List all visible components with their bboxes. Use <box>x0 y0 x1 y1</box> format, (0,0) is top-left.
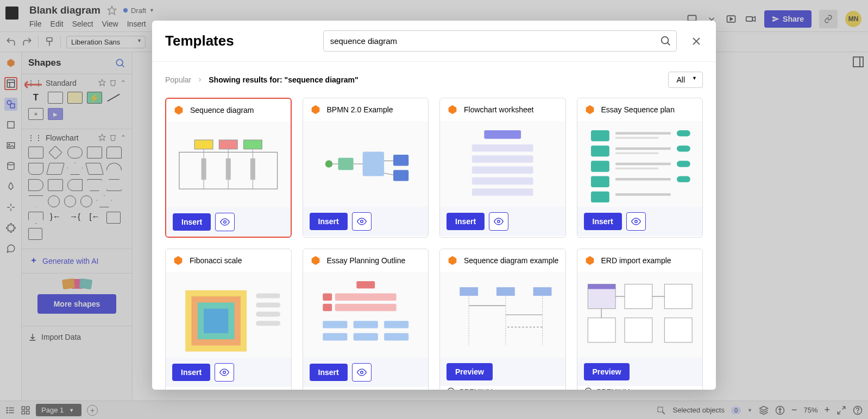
template-title: Fibonacci scale <box>190 256 242 265</box>
svg-rect-107 <box>335 294 396 301</box>
svg-marker-57 <box>311 105 319 115</box>
insert-button[interactable]: Insert <box>172 364 210 381</box>
template-icon <box>173 104 185 116</box>
svg-rect-102 <box>256 312 280 316</box>
svg-rect-53 <box>202 158 206 180</box>
svg-rect-72 <box>472 167 533 174</box>
template-card-sequence-diagram: Sequence diagram Insert <box>165 98 292 238</box>
svg-rect-101 <box>256 302 280 307</box>
svg-rect-69 <box>484 130 521 139</box>
svg-rect-79 <box>590 161 609 172</box>
preview-eye-button[interactable] <box>215 213 235 231</box>
svg-marker-129 <box>586 256 594 265</box>
premium-label: PREMIUM <box>460 388 493 390</box>
templates-modal: Templates Popular Showing results for: "… <box>152 21 716 390</box>
svg-rect-113 <box>384 321 408 328</box>
breadcrumb-results: Showing results for: "sequence diagram" <box>209 75 358 84</box>
svg-point-41 <box>662 37 669 44</box>
template-title: Sequence diagram <box>190 106 254 115</box>
preview-eye-button[interactable] <box>489 212 508 231</box>
svg-rect-61 <box>393 170 408 181</box>
svg-rect-70 <box>472 144 533 152</box>
svg-rect-134 <box>588 318 615 342</box>
svg-rect-47 <box>194 140 213 149</box>
insert-button[interactable]: Insert <box>173 213 211 231</box>
svg-rect-111 <box>323 321 347 328</box>
svg-point-75 <box>498 220 500 223</box>
template-title: ERD import example <box>601 256 671 265</box>
premium-label: PREMIUM <box>597 388 630 390</box>
preview-eye-button[interactable] <box>215 363 234 382</box>
preview-button[interactable]: Preview <box>584 363 630 380</box>
template-title: Essay Planning Outline <box>327 256 406 265</box>
template-icon <box>446 104 458 116</box>
svg-rect-78 <box>590 145 609 156</box>
svg-rect-121 <box>533 287 552 296</box>
svg-rect-132 <box>625 284 652 309</box>
svg-line-42 <box>668 43 670 46</box>
svg-rect-131 <box>588 284 615 289</box>
svg-rect-112 <box>353 321 378 328</box>
svg-marker-68 <box>449 105 457 115</box>
svg-rect-54 <box>226 158 231 180</box>
template-icon <box>584 255 596 266</box>
svg-rect-77 <box>590 130 609 141</box>
svg-marker-118 <box>449 256 457 265</box>
svg-rect-136 <box>664 318 692 342</box>
svg-rect-120 <box>496 287 515 296</box>
svg-rect-49 <box>243 140 262 149</box>
premium-icon <box>584 387 593 390</box>
svg-marker-105 <box>311 256 319 265</box>
template-title: Essay Sequence plan <box>601 105 675 114</box>
svg-rect-119 <box>460 287 478 296</box>
filter-select[interactable]: All <box>668 72 703 88</box>
insert-button[interactable]: Insert <box>310 213 348 230</box>
close-icon[interactable] <box>690 35 703 48</box>
svg-rect-106 <box>356 281 375 289</box>
svg-rect-73 <box>472 177 533 185</box>
template-card-essay-sequence: Essay Sequence plan Insert <box>577 98 703 238</box>
insert-button[interactable]: Insert <box>584 213 622 230</box>
template-card-bpmn: BPMN 2.0 Example Insert <box>303 98 429 238</box>
svg-rect-82 <box>615 132 671 135</box>
modal-title: Templates <box>165 33 234 49</box>
svg-rect-48 <box>219 140 237 149</box>
svg-rect-83 <box>615 137 658 138</box>
template-card-fibonacci: Fibonacci scale Insert <box>165 249 292 390</box>
template-icon <box>172 255 184 266</box>
template-icon <box>310 104 322 116</box>
svg-point-128 <box>448 388 454 390</box>
svg-rect-135 <box>625 318 652 342</box>
svg-rect-109 <box>335 304 396 312</box>
preview-eye-button[interactable] <box>626 212 646 231</box>
svg-rect-84 <box>615 148 671 150</box>
svg-point-117 <box>360 371 363 374</box>
preview-button[interactable]: Preview <box>446 363 493 380</box>
chevron-right-icon <box>197 77 203 83</box>
svg-point-104 <box>223 371 226 374</box>
svg-rect-93 <box>676 176 690 182</box>
preview-eye-button[interactable] <box>352 212 372 231</box>
insert-button[interactable]: Insert <box>446 213 485 230</box>
svg-point-58 <box>325 160 332 168</box>
template-search-input[interactable] <box>323 30 677 52</box>
search-icon[interactable] <box>659 35 671 47</box>
preview-eye-button[interactable] <box>352 363 372 382</box>
insert-button[interactable]: Insert <box>310 364 348 381</box>
svg-point-140 <box>585 388 592 390</box>
template-card-essay-planning: Essay Planning Outline Insert <box>303 249 429 390</box>
svg-point-67 <box>360 220 363 223</box>
template-icon <box>584 104 596 116</box>
svg-rect-114 <box>323 333 347 341</box>
premium-icon <box>446 387 455 390</box>
breadcrumb-popular[interactable]: Popular <box>165 75 191 84</box>
svg-marker-95 <box>174 256 183 265</box>
svg-rect-103 <box>256 321 280 326</box>
svg-rect-55 <box>250 158 255 180</box>
svg-rect-92 <box>676 161 690 167</box>
template-title: Flowchart worksheet <box>464 105 533 114</box>
template-card-sequence-example: Sequence diagram example Preview PREMIUM <box>439 249 566 390</box>
svg-point-56 <box>224 221 227 224</box>
svg-rect-116 <box>384 333 408 341</box>
svg-rect-91 <box>676 145 690 151</box>
